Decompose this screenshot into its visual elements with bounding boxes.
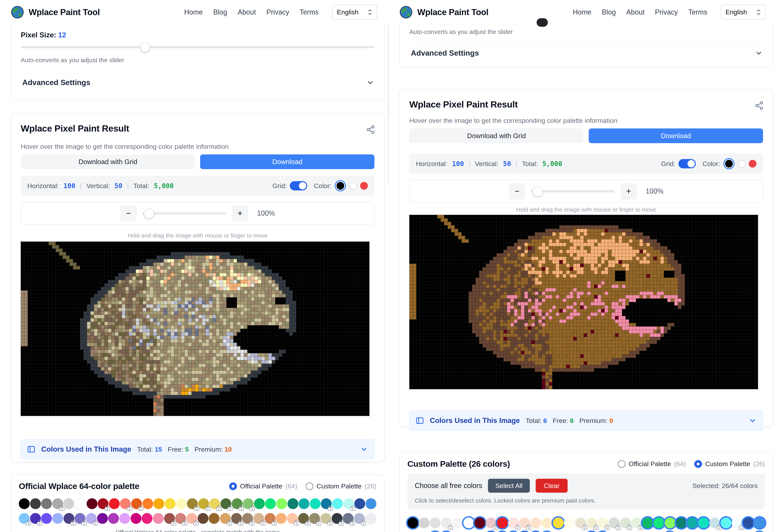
color-swatch	[198, 498, 209, 509]
color-swatch[interactable]	[709, 518, 720, 528]
share-icon[interactable]	[755, 101, 764, 110]
color-swatch[interactable]	[676, 518, 687, 528]
color-swatch	[131, 498, 142, 509]
app-title[interactable]: Wplace Paint Tool	[417, 7, 488, 17]
globe-icon[interactable]	[400, 6, 412, 18]
grid-toggle[interactable]	[678, 159, 696, 168]
official-palette-radio[interactable]: Official Palette (64)	[229, 483, 297, 490]
colors-used-bar[interactable]: Colors Used in This Image Total: 15 Free…	[21, 439, 374, 459]
color-swatch	[275, 513, 287, 524]
pixel-art-canvas[interactable]	[21, 241, 369, 416]
pixel-size-slider[interactable]	[21, 46, 374, 48]
color-swatch[interactable]	[419, 518, 430, 528]
download-with-grid-button[interactable]: Download with Grid	[409, 128, 584, 143]
pixel-size-slider-thumb[interactable]	[140, 42, 150, 52]
color-swatch[interactable]	[452, 518, 463, 528]
colors-used-title: Colors Used in This Image	[41, 445, 131, 453]
choose-free-colors-label[interactable]: Choose all free colors	[415, 482, 482, 490]
download-button[interactable]: Download	[200, 154, 374, 169]
color-swatch[interactable]	[743, 518, 754, 528]
color-swatch[interactable]	[620, 518, 631, 528]
colors-total-value: 15	[154, 446, 162, 453]
color-swatch[interactable]	[575, 518, 586, 528]
color-swatch[interactable]	[564, 518, 575, 528]
nav-about[interactable]: About	[626, 8, 645, 16]
color-swatch	[30, 513, 41, 524]
advanced-settings-toggle[interactable]: Advanced Settings	[411, 49, 763, 57]
zoom-slider[interactable]	[142, 212, 226, 214]
advanced-settings-toggle[interactable]: Advanced Settings	[22, 78, 374, 87]
color-swatch[interactable]	[508, 518, 519, 528]
pixel-art-canvas[interactable]	[409, 215, 758, 389]
app-title[interactable]: Wplace Paint Tool	[29, 7, 100, 17]
zoom-out-button[interactable]: −	[120, 205, 136, 221]
official-palette-radio[interactable]: Official Palette (64)	[618, 460, 686, 468]
grid-color-white-option[interactable]	[738, 160, 746, 168]
color-swatch[interactable]	[720, 518, 732, 528]
zoom-slider[interactable]	[531, 190, 615, 192]
color-swatch[interactable]	[497, 518, 508, 528]
zoom-in-button[interactable]: +	[232, 205, 248, 221]
grid-color-black-option[interactable]	[336, 182, 344, 190]
download-button[interactable]: Download	[589, 128, 763, 143]
custom-palette-radio[interactable]: Custom Palette (26)	[694, 460, 765, 468]
color-swatch[interactable]	[530, 518, 541, 528]
color-swatch[interactable]	[586, 518, 597, 528]
color-swatch[interactable]	[441, 518, 452, 528]
color-swatch	[131, 513, 141, 524]
grid-color-black-option[interactable]	[725, 160, 733, 168]
color-swatch[interactable]	[542, 518, 552, 528]
zoom-out-button[interactable]: −	[509, 183, 525, 199]
colors-used-bar[interactable]: Colors Used in This Image Total: 6 Free:…	[409, 411, 763, 431]
lock-icon	[227, 505, 233, 511]
color-swatch[interactable]	[698, 518, 709, 528]
nav-blog[interactable]: Blog	[602, 8, 616, 16]
color-swatch[interactable]	[519, 518, 530, 528]
share-icon[interactable]	[366, 125, 375, 134]
globe-icon[interactable]	[11, 6, 24, 18]
color-swatch[interactable]	[754, 518, 765, 528]
language-select[interactable]: English	[332, 5, 377, 20]
clear-button[interactable]: Clear	[536, 479, 568, 493]
color-swatch[interactable]	[687, 518, 698, 528]
nav-home[interactable]: Home	[573, 8, 591, 16]
pixel-art-viewport[interactable]	[20, 241, 370, 417]
custom-palette-radio[interactable]: Custom Palette (26)	[306, 483, 376, 490]
color-swatch[interactable]	[463, 518, 474, 528]
nav-privacy[interactable]: Privacy	[266, 8, 289, 16]
color-swatch[interactable]	[486, 518, 496, 528]
color-swatch	[97, 513, 108, 524]
download-with-grid-button[interactable]: Download with Grid	[21, 154, 195, 169]
pixel-art-viewport[interactable]	[409, 214, 758, 390]
lock-icon	[582, 524, 587, 530]
nav-privacy[interactable]: Privacy	[655, 8, 678, 16]
color-swatch[interactable]	[430, 518, 441, 528]
nav-terms[interactable]: Terms	[688, 8, 707, 16]
color-label: Color:	[314, 182, 331, 190]
color-swatch[interactable]	[631, 518, 642, 528]
grid-color-red-option[interactable]	[749, 160, 757, 168]
color-swatch[interactable]	[665, 518, 675, 528]
zoom-in-button[interactable]: +	[621, 183, 637, 199]
color-swatch[interactable]	[732, 518, 743, 528]
grid-toggle[interactable]	[290, 181, 307, 191]
color-swatch[interactable]	[642, 518, 653, 528]
color-swatch[interactable]	[608, 518, 620, 528]
color-swatch[interactable]	[474, 518, 485, 528]
zoom-slider-thumb[interactable]	[533, 187, 543, 197]
grid-color-red-option[interactable]	[360, 182, 368, 190]
nav-terms[interactable]: Terms	[300, 8, 319, 16]
color-swatch[interactable]	[407, 518, 418, 528]
color-swatch[interactable]	[553, 518, 564, 528]
language-select[interactable]: English	[721, 5, 766, 20]
grid-color-white-option[interactable]	[349, 182, 357, 190]
palette-hint: Click to select/deselect colors. Locked …	[415, 497, 758, 504]
pixel-size-slider-thumb[interactable]	[537, 18, 548, 27]
nav-blog[interactable]: Blog	[213, 8, 227, 16]
select-all-button[interactable]: Select All	[488, 479, 530, 493]
nav-about[interactable]: About	[238, 8, 256, 16]
color-swatch[interactable]	[653, 518, 664, 528]
nav-home[interactable]: Home	[184, 8, 203, 16]
color-swatch[interactable]	[597, 518, 608, 528]
zoom-slider-thumb[interactable]	[144, 209, 154, 219]
